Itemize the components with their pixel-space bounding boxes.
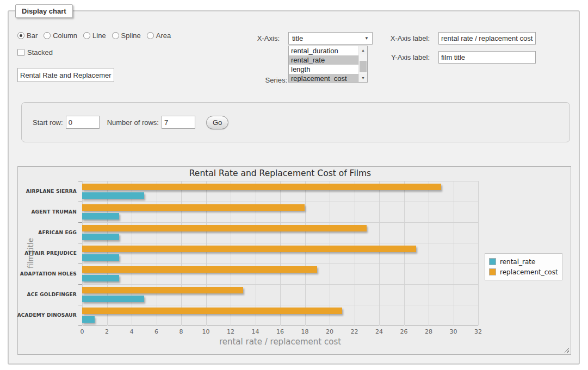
- category-label: ADAPTATION HOLES: [17, 264, 77, 284]
- chart-type-radio-bar[interactable]: [17, 32, 24, 39]
- y-axis-tick: [78, 305, 82, 305]
- series-listbox[interactable]: rental_durationrental_ratelengthreplacem…: [288, 46, 368, 83]
- bar-replacement_cost-2: [82, 225, 367, 231]
- x-tick-label: 6: [154, 328, 158, 335]
- series-option-length[interactable]: length: [289, 65, 358, 74]
- gridline-vertical: [82, 181, 83, 325]
- chart-type-option-bar[interactable]: Bar: [17, 32, 38, 40]
- chart-type-radio-spline[interactable]: [112, 32, 119, 39]
- gridline-vertical: [157, 181, 157, 325]
- x-tick-label: 26: [400, 328, 408, 335]
- chart-type-label-spline: Spline: [121, 32, 141, 40]
- chart-type-radio-line[interactable]: [83, 32, 90, 39]
- y-axis-label-label: Y-Axis label:: [364, 53, 430, 61]
- series-label: Series:: [226, 76, 287, 84]
- chart-type-option-area[interactable]: Area: [147, 32, 171, 40]
- x-tick-label: 20: [326, 328, 333, 335]
- gridline-vertical: [132, 181, 132, 325]
- number-of-rows-input[interactable]: [162, 116, 195, 129]
- bar-replacement_cost-0: [82, 184, 441, 190]
- chart-type-option-column[interactable]: Column: [44, 32, 77, 40]
- chart-type-option-spline[interactable]: Spline: [112, 32, 141, 40]
- gridline-vertical: [305, 181, 306, 325]
- scrollbar-thumb[interactable]: [360, 61, 367, 72]
- x-tick-label: 22: [351, 328, 358, 335]
- chart-type-radio-group: BarColumnLineSplineArea: [17, 32, 171, 40]
- listbox-scrollbar[interactable]: ▲ ▼: [358, 46, 367, 82]
- gridline-horizontal: [82, 202, 478, 202]
- chart-type-label-line: Line: [92, 32, 106, 40]
- bar-rental_rate-6: [82, 316, 95, 323]
- y-axis-tick: [78, 243, 82, 243]
- series-option-replacement_cost[interactable]: replacement_cost: [289, 74, 358, 82]
- gridline-vertical: [330, 181, 330, 325]
- chart-type-label-area: Area: [156, 32, 171, 40]
- series-option-rental_duration[interactable]: rental_duration: [289, 46, 358, 55]
- x-tick-label: 30: [450, 328, 457, 335]
- resize-handle-icon[interactable]: [563, 347, 569, 353]
- x-tick-label: 0: [81, 328, 84, 335]
- bar-rental_rate-5: [82, 296, 144, 302]
- chart-type-label-column: Column: [53, 32, 77, 40]
- gridline-vertical: [478, 181, 479, 325]
- x-axis-ticks: 02468101214161820222426283032: [82, 328, 478, 336]
- plot-area: AIRPLANE SIERRAAGENT TRUMANAFRICAN EGGAF…: [82, 181, 478, 325]
- gridline-vertical: [107, 181, 108, 325]
- chart-type-label-bar: Bar: [27, 32, 38, 40]
- series-options: rental_durationrental_ratelengthreplacem…: [289, 46, 358, 82]
- bar-replacement_cost-4: [82, 266, 317, 273]
- gridline-vertical: [404, 181, 405, 325]
- gridline-vertical: [355, 181, 355, 325]
- gridline-vertical: [379, 181, 380, 325]
- x-axis-title: rental rate / replacement cost: [82, 337, 478, 347]
- x-tick-label: 14: [252, 328, 259, 335]
- chart-type-option-line[interactable]: Line: [83, 32, 106, 40]
- display-chart-panel: Display chart BarColumnLineSplineArea St…: [8, 10, 580, 365]
- go-button[interactable]: Go: [206, 116, 228, 129]
- gridline-vertical: [256, 181, 256, 325]
- x-tick-label: 2: [105, 328, 109, 335]
- x-axis-label-input[interactable]: [438, 32, 536, 45]
- legend-swatch-rental_rate: [489, 258, 496, 265]
- x-tick-label: 10: [202, 328, 210, 335]
- chart-legend: rental_ratereplacement_cost: [485, 253, 562, 280]
- series-option-rental_rate[interactable]: rental_rate: [289, 55, 358, 65]
- legend-label-replacement_cost: replacement_cost: [500, 268, 558, 276]
- legend-row-rental_rate: rental_rate: [489, 256, 558, 267]
- chart-title-input[interactable]: [17, 68, 114, 82]
- stacked-checkbox[interactable]: [17, 49, 24, 56]
- start-row-input[interactable]: [66, 116, 100, 129]
- chart-type-radio-column[interactable]: [44, 32, 51, 39]
- gridline-horizontal: [82, 222, 478, 223]
- y-axis-tick: [78, 222, 82, 223]
- y-axis-tick: [78, 325, 82, 326]
- gridline-vertical: [206, 181, 207, 325]
- gridline-horizontal: [82, 243, 478, 243]
- gridline-horizontal: [82, 264, 478, 264]
- x-axis-label-label: X-Axis label:: [364, 34, 430, 42]
- category-label: AFFAIR PREJUDICE: [17, 243, 77, 264]
- bar-rental_rate-1: [82, 213, 119, 220]
- scroll-down-icon[interactable]: ▼: [359, 74, 367, 82]
- x-tick-label: 12: [227, 328, 234, 335]
- x-tick-label: 32: [474, 328, 482, 335]
- gridline-vertical: [280, 181, 281, 325]
- legend-label-rental_rate: rental_rate: [500, 258, 535, 266]
- page: Display chart BarColumnLineSplineArea St…: [0, 0, 588, 370]
- stacked-label: Stacked: [27, 48, 53, 57]
- gridline-horizontal: [82, 284, 478, 285]
- category-label: AFRICAN EGG: [17, 222, 77, 243]
- x-tick-label: 16: [276, 328, 284, 335]
- chart-container: Rental Rate and Replacement Cost of Film…: [17, 166, 571, 355]
- y-axis-label-input[interactable]: [438, 51, 536, 64]
- y-axis-tick: [78, 202, 82, 202]
- gridline-horizontal: [82, 181, 478, 181]
- y-axis-tick: [78, 284, 82, 285]
- x-axis-select[interactable]: title ▼: [288, 32, 373, 45]
- x-axis-select-value: title: [292, 34, 303, 42]
- category-label: AIRPLANE SIERRA: [17, 181, 77, 202]
- category-label: ACE GOLDFINGER: [17, 284, 77, 305]
- chart-type-radio-area[interactable]: [147, 32, 154, 39]
- x-tick-label: 18: [301, 328, 309, 335]
- number-of-rows-label: Number of rows:: [107, 118, 159, 127]
